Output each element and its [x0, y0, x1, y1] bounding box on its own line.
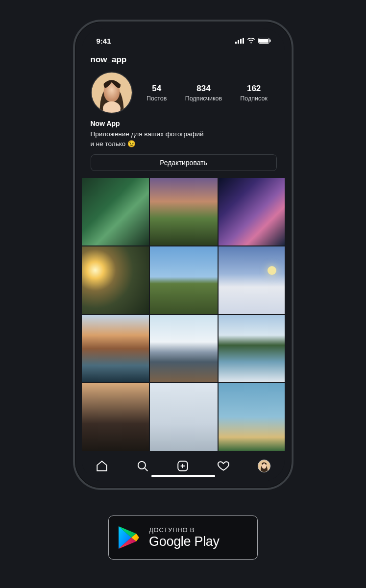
google-play-icon [118, 525, 140, 550]
stat-following-count: 162 [240, 84, 268, 94]
tab-search[interactable] [136, 459, 149, 473]
grid-photo[interactable] [150, 315, 218, 383]
cellular-icon [235, 38, 244, 44]
avatar-image [92, 73, 132, 113]
tab-add-post[interactable] [176, 459, 190, 473]
home-indicator[interactable] [151, 475, 215, 477]
grid-photo[interactable] [219, 315, 285, 383]
svg-rect-0 [235, 42, 237, 44]
grid-photo[interactable] [150, 178, 218, 245]
profile-stats: 54 Постов 834 Подписчиков 162 Подписок [138, 84, 277, 102]
tab-profile[interactable] [257, 459, 271, 473]
svg-line-11 [145, 468, 147, 471]
tab-home[interactable] [95, 459, 109, 473]
svg-rect-5 [259, 39, 268, 43]
phone-frame: 9:41 now_app [73, 20, 293, 490]
stat-followers-label: Подписчиков [185, 95, 222, 102]
profile-avatar-icon [258, 460, 270, 472]
grid-photo[interactable] [82, 178, 149, 245]
phone-screen: 9:41 now_app [82, 28, 285, 481]
grid-photo[interactable] [219, 178, 285, 245]
profile-row: 54 Постов 834 Подписчиков 162 Подписок [91, 72, 277, 120]
status-bar: 9:41 [82, 30, 285, 51]
stat-following[interactable]: 162 Подписок [240, 84, 268, 102]
grid-photo[interactable] [219, 383, 285, 451]
play-badge-text: ДОСТУПНО В Google Play [149, 526, 220, 549]
grid-photo[interactable] [219, 246, 285, 314]
svg-rect-3 [243, 38, 244, 44]
stat-posts[interactable]: 54 Постов [146, 84, 167, 102]
svg-point-10 [138, 462, 145, 469]
status-time: 9:41 [97, 37, 111, 45]
username[interactable]: now_app [91, 53, 277, 72]
stat-posts-label: Постов [146, 95, 167, 102]
svg-rect-1 [238, 40, 239, 44]
edit-profile-button[interactable]: Редактировать [91, 154, 277, 171]
grid-photo[interactable] [82, 383, 149, 451]
grid-photo[interactable] [150, 246, 218, 314]
battery-icon [258, 38, 271, 44]
google-play-badge[interactable]: ДОСТУПНО В Google Play [108, 515, 258, 560]
avatar[interactable] [91, 72, 133, 114]
profile-header: now_app 54 Постов [82, 51, 285, 171]
status-icons [235, 38, 271, 44]
home-icon [96, 460, 108, 472]
stat-following-label: Подписок [240, 95, 268, 102]
play-badge-store: Google Play [149, 534, 220, 549]
grid-photo[interactable] [82, 246, 149, 314]
play-badge-prefix: ДОСТУПНО В [149, 526, 220, 534]
stat-followers[interactable]: 834 Подписчиков [185, 84, 222, 102]
grid-photo[interactable] [150, 383, 218, 451]
wifi-icon [247, 38, 255, 44]
grid-photo[interactable] [82, 315, 149, 383]
bio-line-1: Приложение для ваших фотографий [91, 129, 277, 139]
bio-line-2: и не только 😉 [91, 139, 277, 149]
svg-rect-2 [240, 39, 242, 44]
display-name: Now App [91, 120, 277, 127]
stat-posts-count: 54 [146, 84, 167, 94]
heart-icon [217, 460, 230, 472]
stat-followers-count: 834 [185, 84, 222, 94]
svg-rect-6 [269, 40, 270, 42]
tab-activity[interactable] [217, 459, 230, 473]
photo-grid [82, 178, 285, 451]
search-icon [136, 460, 149, 472]
add-post-icon [176, 460, 189, 472]
